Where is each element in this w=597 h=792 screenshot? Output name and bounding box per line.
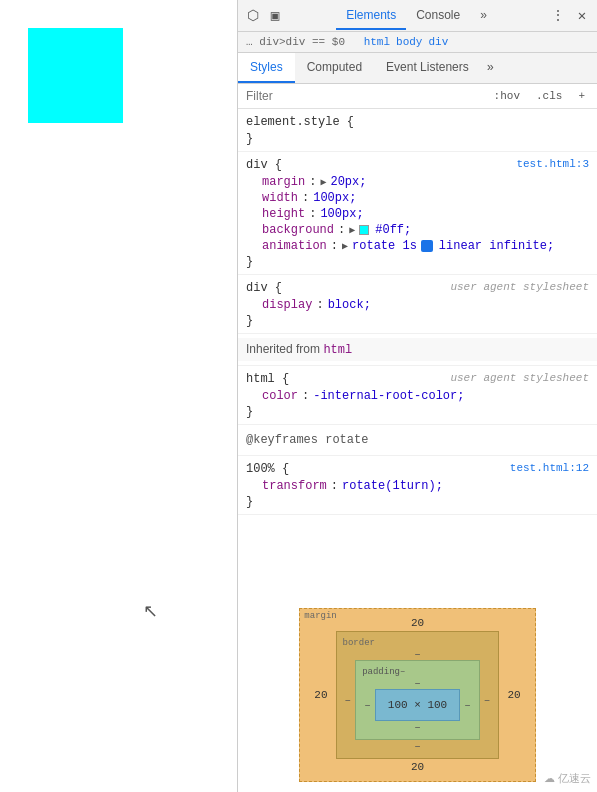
html-ua-section: html { user agent stylesheet color : -in… xyxy=(238,366,597,425)
prop-animation-triangle[interactable]: ▶ xyxy=(342,240,348,252)
prop-animation-value: rotate 1s xyxy=(352,239,417,253)
prop-margin-value: 20px; xyxy=(330,175,366,189)
inherited-section: Inherited from html xyxy=(238,334,597,366)
cursor-icon: ↖ xyxy=(143,600,157,618)
breadcrumb-html[interactable]: html xyxy=(364,36,390,48)
box-border-top-val[interactable]: – xyxy=(414,648,421,660)
div-ua-closing: } xyxy=(238,313,597,329)
box-margin-bottom-val[interactable]: 20 xyxy=(411,761,424,773)
div-main-section: div { test.html:3 margin : ▶ 20px; width… xyxy=(238,152,597,275)
div-ua-section: div { user agent stylesheet display : bl… xyxy=(238,275,597,334)
box-model-margin: margin 20 20 border – – padding– – xyxy=(299,608,535,782)
tab-console[interactable]: Console xyxy=(406,2,470,30)
prop-transform: transform : rotate(1turn); xyxy=(238,478,597,494)
div-ua-header: div { user agent stylesheet xyxy=(238,279,597,297)
prop-margin-name: margin xyxy=(262,175,305,189)
keyframes-100-closing: } xyxy=(238,494,597,510)
box-border-left-val[interactable]: – xyxy=(341,694,356,706)
div-main-origin[interactable]: test.html:3 xyxy=(516,158,589,170)
prop-height-name: height xyxy=(262,207,305,221)
tab-elements[interactable]: Elements xyxy=(336,2,406,30)
box-padding-right-val[interactable]: – xyxy=(460,699,475,711)
page-area: ↖ xyxy=(0,0,237,792)
box-margin-left-val[interactable]: 20 xyxy=(306,689,335,701)
element-style-closing: } xyxy=(238,131,597,147)
inspect-element-icon[interactable]: ⬡ xyxy=(244,7,262,25)
subtab-event-listeners[interactable]: Event Listeners xyxy=(374,53,481,83)
watermark: ☁ 亿速云 xyxy=(544,771,591,786)
box-model-padding: padding– – – 100 × 100 – – xyxy=(355,660,480,740)
box-margin-top-val[interactable]: 20 xyxy=(411,617,424,629)
div-ua-origin: user agent stylesheet xyxy=(450,281,589,293)
filter-actions: :hov .cls + xyxy=(490,88,589,104)
html-ua-origin: user agent stylesheet xyxy=(450,372,589,384)
keyframes-header: @keyframes rotate xyxy=(238,429,597,451)
prop-background-value: #0ff; xyxy=(375,223,411,237)
prop-background-triangle[interactable]: ▶ xyxy=(349,224,355,236)
cyan-box xyxy=(28,28,123,123)
prop-animation-linear: linear infinite; xyxy=(439,239,554,253)
prop-display-value: block; xyxy=(328,298,371,312)
html-ua-closing: } xyxy=(238,404,597,420)
box-model-content[interactable]: 100 × 100 xyxy=(375,689,460,721)
box-padding-label: padding– xyxy=(362,667,405,677)
devtools-topbar-left: ⬡ ▣ xyxy=(244,7,284,25)
subtab-styles[interactable]: Styles xyxy=(238,53,295,83)
inherited-from-label: Inherited from xyxy=(246,342,323,356)
color-swatch[interactable] xyxy=(359,225,369,235)
prop-background-name: background xyxy=(262,223,334,237)
breadcrumb-body[interactable]: body xyxy=(396,36,422,48)
subtabs-more-icon[interactable]: » xyxy=(481,54,500,82)
prop-display-name: display xyxy=(262,298,312,312)
prop-width: width : 100px; xyxy=(238,190,597,206)
box-margin-label: margin xyxy=(304,611,336,621)
element-style-header: element.style { xyxy=(238,113,597,131)
devtools-close-icon[interactable]: ✕ xyxy=(573,7,591,25)
prop-animation-name: animation xyxy=(262,239,327,253)
box-padding-left-val[interactable]: – xyxy=(360,699,375,711)
prop-transform-value: rotate(1turn); xyxy=(342,479,443,493)
element-style-section: element.style { } xyxy=(238,109,597,152)
box-content-size: 100 × 100 xyxy=(388,699,447,711)
prop-display: display : block; xyxy=(238,297,597,313)
add-style-button[interactable]: + xyxy=(574,88,589,104)
box-border-label: border xyxy=(343,638,375,648)
prop-animation: animation : ▶ rotate 1s linear infinite; xyxy=(238,238,597,254)
subtabs-bar: Styles Computed Event Listeners » xyxy=(238,53,597,84)
keyframes-section: @keyframes rotate xyxy=(238,425,597,456)
box-margin-right-val[interactable]: 20 xyxy=(499,689,528,701)
box-model-section: margin 20 20 border – – padding– – xyxy=(238,598,597,792)
prop-transform-name: transform xyxy=(262,479,327,493)
breadcrumb-div[interactable]: div xyxy=(428,36,448,48)
hov-button[interactable]: :hov xyxy=(490,88,524,104)
box-margin-sides-row: 20 border – – padding– – – xyxy=(306,631,528,759)
box-border-sides-row: – padding– – – 100 × 100 – xyxy=(341,660,495,740)
prop-height: height : 100px; xyxy=(238,206,597,222)
filter-input[interactable] xyxy=(246,89,490,103)
prop-width-value: 100px; xyxy=(313,191,356,205)
box-border-bottom-val[interactable]: – xyxy=(414,740,421,752)
animation-checkbox[interactable] xyxy=(421,240,433,252)
prop-margin-triangle[interactable]: ▶ xyxy=(320,176,326,188)
prop-margin: margin : ▶ 20px; xyxy=(238,174,597,190)
prop-height-value: 100px; xyxy=(320,207,363,221)
devtools-topbar-right: ⋮ ✕ xyxy=(549,7,591,25)
cls-button[interactable]: .cls xyxy=(532,88,566,104)
box-padding-top-val[interactable]: – xyxy=(414,677,421,689)
keyframes-100-section: 100% { test.html:12 transform : rotate(1… xyxy=(238,456,597,515)
devtools-menu-icon[interactable]: ⋮ xyxy=(549,7,567,25)
box-padding-sides-row: – 100 × 100 – xyxy=(360,689,475,721)
subtab-computed[interactable]: Computed xyxy=(295,53,374,83)
watermark-icon: ☁ xyxy=(544,772,555,784)
prop-width-name: width xyxy=(262,191,298,205)
inherited-header: Inherited from html xyxy=(238,338,597,361)
more-tabs-icon[interactable]: » xyxy=(470,2,497,30)
keyframes-100-origin[interactable]: test.html:12 xyxy=(510,462,589,474)
prop-background: background : ▶ #0ff; xyxy=(238,222,597,238)
html-ua-header: html { user agent stylesheet xyxy=(238,370,597,388)
box-model-border: border – – padding– – – 100 × xyxy=(336,631,500,759)
device-mode-icon[interactable]: ▣ xyxy=(266,7,284,25)
inherited-tag[interactable]: html xyxy=(323,343,352,357)
box-border-right-val[interactable]: – xyxy=(480,694,495,706)
box-padding-bottom-val[interactable]: – xyxy=(414,721,421,733)
